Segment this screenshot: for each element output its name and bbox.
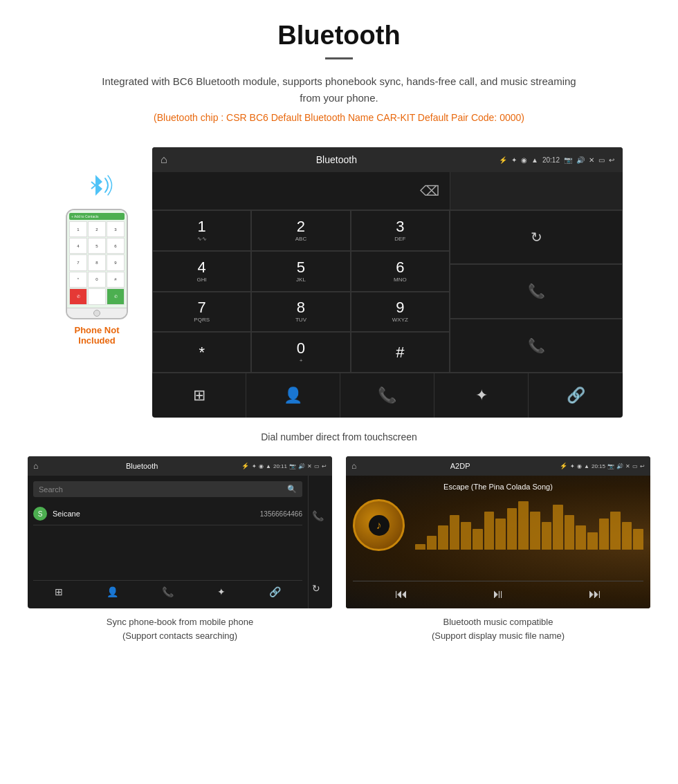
close-icon[interactable]: ✕	[589, 156, 594, 164]
pb-func-phone[interactable]: 📞	[162, 586, 174, 597]
search-placeholder: Search	[39, 485, 63, 494]
status-icons: ⚡ ✦ ◉ ▲ 20:12 📷 🔊 ✕ ▭ ↩	[499, 156, 614, 164]
music-note-icon: ♪	[376, 519, 382, 532]
page-header: Bluetooth Integrated with BC6 Bluetooth …	[0, 0, 678, 147]
pb-back-icon[interactable]: ↩	[322, 463, 327, 469]
car-screen-title: Bluetooth	[174, 154, 499, 165]
time-display: 20:12	[542, 156, 560, 164]
eq-bar	[542, 522, 552, 550]
key-0[interactable]: 0+	[251, 332, 350, 373]
eq-bar	[507, 508, 517, 550]
phone-screen-header: + Add to Contacts	[69, 213, 125, 220]
key-2[interactable]: 2ABC	[251, 210, 350, 251]
phonebook-func-bar: ⊞ 👤 📞 ✦ 🔗	[33, 580, 302, 603]
mu-loc-icon: ◉	[577, 463, 582, 469]
music-status-bar: ⌂ A2DP ⚡ ✦ ◉ ▲ 20:15 📷 🔊 ✕ ▭ ↩	[346, 456, 650, 476]
title-divider	[325, 57, 353, 59]
func-bluetooth-button[interactable]: ✦	[434, 373, 529, 418]
music-title: A2DP	[360, 462, 560, 470]
side-key-hangup[interactable]: 📞	[450, 319, 623, 373]
pb-close-icon[interactable]: ✕	[307, 463, 312, 469]
back-icon[interactable]: ↩	[609, 156, 614, 164]
mu-bt-icon: ✦	[570, 463, 575, 469]
search-icon[interactable]: 🔍	[287, 485, 297, 494]
dial-display: ⌫ 1∿∿ 2ABC 3DEF 4GHI 5JKL 6MNO 7PQRS 8TU…	[152, 172, 450, 373]
eq-bar	[518, 501, 529, 550]
bottom-screens: ⌂ Bluetooth ⚡ ✦ ◉ ▲ 20:11 📷 🔊 ✕ ▭ ↩	[0, 456, 678, 642]
pb-func-dialpad[interactable]: ⊞	[55, 586, 63, 597]
car-status-bar: ⌂ Bluetooth ⚡ ✦ ◉ ▲ 20:12 📷 🔊 ✕ ▭ ↩	[152, 147, 623, 172]
play-pause-button[interactable]: ⏯	[492, 587, 504, 601]
eq-bar	[610, 512, 621, 550]
contact-number: 13566664466	[260, 510, 302, 518]
key-3[interactable]: 3DEF	[351, 210, 450, 251]
side-key-call[interactable]: 📞	[450, 264, 623, 318]
key-hash[interactable]: #	[351, 332, 450, 373]
phone-mockup: + Add to Contacts 1 2 3 4 5 6 7 8 9 * 0 …	[55, 147, 138, 418]
func-phone-button[interactable]: 📞	[340, 373, 434, 418]
key-4[interactable]: 4GHI	[152, 251, 251, 292]
dial-side-keys: ↻ 📞 📞	[450, 210, 623, 373]
eq-bar	[415, 544, 425, 550]
music-controls: ⏮ ⏯ ⏭	[353, 581, 643, 601]
volume-icon: 🔊	[576, 156, 585, 164]
pb-func-bluetooth[interactable]: ✦	[217, 586, 226, 597]
equalizer	[415, 501, 643, 550]
phonebook-main: Search 🔍 S Seicane 13566664466 ⊞ 👤 📞	[28, 476, 308, 608]
phone-not-included-label: Phone Not Included	[55, 325, 138, 346]
key-5[interactable]: 5JKL	[251, 251, 350, 292]
mu-cam-icon: 📷	[607, 463, 614, 469]
music-block: ⌂ A2DP ⚡ ✦ ◉ ▲ 20:15 📷 🔊 ✕ ▭ ↩ E	[346, 456, 650, 642]
key-star[interactable]: *	[152, 332, 251, 373]
pb-window-icon[interactable]: ▭	[314, 463, 320, 469]
dial-area: ⌫ 1∿∿ 2ABC 3DEF 4GHI 5JKL 6MNO 7PQRS 8TU…	[152, 172, 623, 373]
page-description: Integrated with BC6 Bluetooth module, su…	[97, 73, 581, 106]
backspace-button[interactable]: ⌫	[420, 183, 439, 199]
side-key-refresh[interactable]: ↻	[450, 210, 623, 264]
dial-number-display: ⌫	[152, 172, 450, 210]
phonebook-usb-icon: ⚡	[241, 463, 249, 469]
car-dialer-screen: ⌂ Bluetooth ⚡ ✦ ◉ ▲ 20:12 📷 🔊 ✕ ▭ ↩ ⌫	[152, 147, 623, 418]
phone-home-button	[93, 310, 100, 317]
mu-window-icon[interactable]: ▭	[632, 463, 638, 469]
music-screen: ⌂ A2DP ⚡ ✦ ◉ ▲ 20:15 📷 🔊 ✕ ▭ ↩ E	[346, 456, 650, 608]
phone-image: + Add to Contacts 1 2 3 4 5 6 7 8 9 * 0 …	[66, 209, 128, 319]
prev-button[interactable]: ⏮	[395, 587, 407, 601]
bluetooth-waves-icon	[76, 168, 118, 205]
key-9[interactable]: 9WXYZ	[351, 292, 450, 333]
phonebook-content: Search 🔍 S Seicane 13566664466 ⊞ 👤 📞	[28, 476, 308, 608]
key-1[interactable]: 1∿∿	[152, 210, 251, 251]
func-contacts-button[interactable]: 👤	[246, 373, 340, 418]
func-dialpad-button[interactable]: ⊞	[152, 373, 246, 418]
pb-func-link[interactable]: 🔗	[269, 586, 281, 597]
music-usb-icon: ⚡	[560, 463, 567, 469]
mu-back-icon[interactable]: ↩	[640, 463, 645, 469]
music-art-controls: ♪	[353, 499, 643, 551]
mu-time: 20:15	[592, 463, 605, 469]
dial-caption: Dial number direct from touchscreen	[0, 424, 678, 456]
contact-row[interactable]: S Seicane 13566664466	[33, 503, 302, 525]
dial-section: + Add to Contacts 1 2 3 4 5 6 7 8 9 * 0 …	[0, 147, 678, 418]
window-icon[interactable]: ▭	[598, 156, 605, 164]
pb-right-phone-icon[interactable]: 📞	[312, 510, 329, 521]
key-8[interactable]: 8TUV	[251, 292, 350, 333]
key-6[interactable]: 6MNO	[351, 251, 450, 292]
pb-right-refresh-icon[interactable]: ↻	[312, 583, 329, 594]
key-7[interactable]: 7PQRS	[152, 292, 251, 333]
next-button[interactable]: ⏭	[589, 587, 601, 601]
music-home-icon[interactable]: ⌂	[351, 461, 356, 471]
func-link-button[interactable]: 🔗	[529, 373, 623, 418]
dial-side-panel: ↻ 📞 📞	[450, 172, 623, 373]
dial-side-top	[450, 172, 623, 210]
mu-close-icon[interactable]: ✕	[625, 463, 630, 469]
home-icon[interactable]: ⌂	[161, 153, 167, 166]
contact-avatar: S	[33, 507, 47, 521]
phonebook-home-icon[interactable]: ⌂	[33, 461, 38, 471]
eq-bar	[450, 515, 460, 550]
song-title: Escape (The Pina Colada Song)	[443, 483, 553, 491]
pb-func-contacts[interactable]: 👤	[107, 586, 118, 597]
eq-bar	[587, 532, 598, 550]
search-bar[interactable]: Search 🔍	[33, 481, 302, 497]
eq-bar	[565, 515, 575, 550]
eq-bar	[633, 529, 643, 550]
